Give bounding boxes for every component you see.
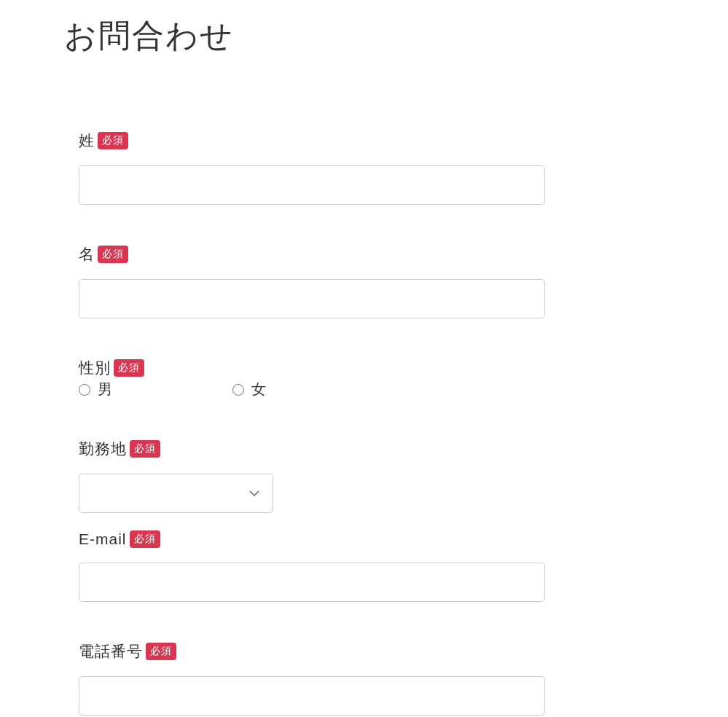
first-name-label-text: 名 xyxy=(79,244,95,265)
required-badge: 必須 xyxy=(130,440,160,458)
email-label: E-mail 必須 xyxy=(79,530,545,548)
last-name-label: 姓 必須 xyxy=(79,130,545,151)
phone-label-text: 電話番号 xyxy=(79,641,143,662)
gender-option-male[interactable]: 男 xyxy=(79,380,112,399)
last-name-input[interactable] xyxy=(79,165,545,205)
field-group-email: E-mail 必須 xyxy=(79,530,545,602)
field-group-gender: 性別 必須 男 女 xyxy=(79,358,545,399)
gender-label: 性別 必須 xyxy=(79,358,545,378)
last-name-label-text: 姓 xyxy=(79,130,95,151)
phone-input[interactable] xyxy=(79,676,545,716)
contact-form: 姓 必須 名 必須 性別 必須 男 xyxy=(64,130,545,716)
gender-radio-female[interactable] xyxy=(232,384,244,396)
email-input[interactable] xyxy=(79,563,545,602)
workplace-select[interactable] xyxy=(79,474,273,513)
field-group-workplace: 勤務地 必須 xyxy=(79,439,545,513)
gender-female-text: 女 xyxy=(251,380,266,399)
gender-radio-row: 男 女 xyxy=(79,380,545,399)
form-container: お問合わせ 姓 必須 名 必須 性別 必須 男 xyxy=(0,0,728,716)
email-label-text: E-mail xyxy=(79,530,127,548)
field-group-phone: 電話番号 必須 xyxy=(79,641,545,716)
phone-label: 電話番号 必須 xyxy=(79,641,545,662)
field-group-last-name: 姓 必須 xyxy=(79,130,545,205)
required-badge: 必須 xyxy=(114,359,144,377)
workplace-label: 勤務地 必須 xyxy=(79,439,545,459)
gender-male-text: 男 xyxy=(98,380,112,399)
gender-option-female[interactable]: 女 xyxy=(232,380,266,399)
required-badge: 必須 xyxy=(146,643,176,660)
workplace-label-text: 勤務地 xyxy=(79,439,127,459)
required-badge: 必須 xyxy=(98,246,128,263)
first-name-input[interactable] xyxy=(79,279,545,318)
gender-label-text: 性別 xyxy=(79,358,111,378)
first-name-label: 名 必須 xyxy=(79,244,545,265)
required-badge: 必須 xyxy=(98,132,128,149)
required-badge: 必須 xyxy=(130,530,160,548)
field-group-first-name: 名 必須 xyxy=(79,244,545,318)
gender-radio-male[interactable] xyxy=(79,384,90,396)
page-title: お問合わせ xyxy=(64,15,728,58)
